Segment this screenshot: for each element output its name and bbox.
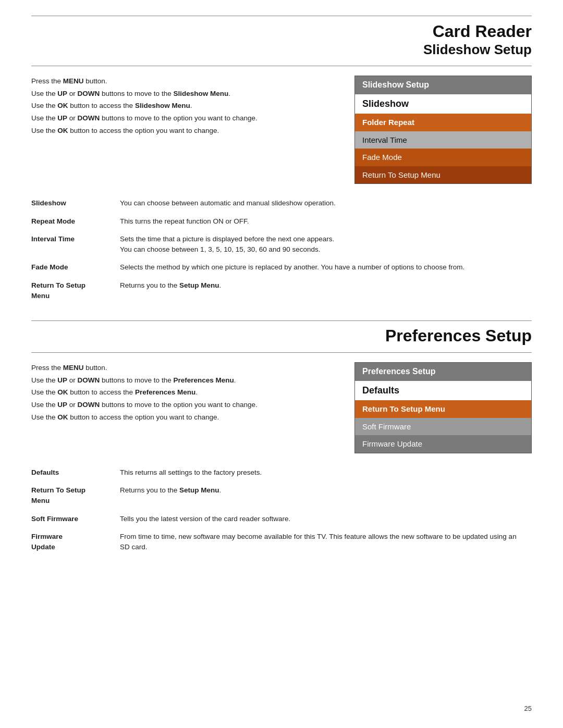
desc-row-return-setup: Return To SetupMenu Returns you to the S… [31,277,532,305]
section2: Preferences Setup Press the MENU button.… [31,320,532,556]
pref-instruction-5: Use the OK button to access the option y… [31,412,339,423]
term-soft-firmware: Soft Firmware [31,510,120,528]
slideshow-setup-title: Slideshow Setup [31,41,532,59]
desc-row-fade-mode: Fade Mode Selects the method by which on… [31,258,532,276]
instruction-3: Use the OK button to access the Slidesho… [31,100,339,112]
section2-content: Press the MENU button. Use the UP or DOW… [31,362,532,453]
desc-row-soft-firmware: Soft Firmware Tells you the latest versi… [31,510,532,528]
menu-item-soft-firmware[interactable]: Soft Firmware [355,418,531,436]
def-return-setup: Returns you to the Setup Menu. [120,277,532,305]
pref-instruction-3: Use the OK button to access the Preferen… [31,387,339,398]
pref-instruction-2: Use the UP or DOWN buttons to move to th… [31,375,339,386]
instruction-2: Use the UP or DOWN buttons to move to th… [31,88,339,100]
section2-divider [31,352,532,353]
term-return-setup: Return To SetupMenu [31,277,120,305]
slideshow-menu-box: Slideshow Setup Slideshow Folder Repeat … [354,76,532,184]
instruction-1: Press the MENU button. [31,76,339,87]
page-number: 25 [524,705,532,712]
def-defaults: This returns all settings to the factory… [120,464,532,482]
desc-row-firmware-update: FirmwareUpdate From time to time, new so… [31,528,532,557]
term-repeat-mode: Repeat Mode [31,213,120,230]
menu-item-pref-return-setup[interactable]: Return To Setup Menu [355,400,531,418]
pref-instruction-4: Use the UP or DOWN buttons to move to th… [31,399,339,411]
section1-content: Press the MENU button. Use the UP or DOW… [31,76,532,184]
def-fade-mode: Selects the method by which one picture … [120,258,532,276]
instruction-5: Use the OK button to access the option y… [31,125,339,137]
instruction-4: Use the UP or DOWN buttons to move to th… [31,113,339,124]
section1-menu: Slideshow Setup Slideshow Folder Repeat … [354,76,532,184]
section2-desc-table: Defaults This returns all settings to th… [31,464,532,557]
menu-item-defaults[interactable]: Defaults [355,381,531,400]
def-pref-return-setup: Returns you to the Setup Menu. [120,482,532,510]
def-soft-firmware: Tells you the latest version of the card… [120,510,532,528]
section2-header: Preferences Setup [31,321,532,348]
section1-divider [31,66,532,66]
menu-item-preferences-setup: Preferences Setup [355,363,531,381]
menu-item-return-setup[interactable]: Return To Setup Menu [355,166,531,184]
desc-row-repeat-mode: Repeat Mode This turns the repeat functi… [31,213,532,230]
menu-item-interval-time[interactable]: Interval Time [355,131,531,149]
preferences-menu-box: Preferences Setup Defaults Return To Set… [354,362,532,453]
menu-item-fade-mode[interactable]: Fade Mode [355,149,531,166]
desc-row-defaults: Defaults This returns all settings to th… [31,464,532,482]
term-slideshow: Slideshow [31,194,120,212]
section1-desc-table: Slideshow You can choose between automat… [31,194,532,305]
card-reader-title: Card Reader [31,21,532,41]
desc-row-interval-time: Interval Time Sets the time that a pictu… [31,230,532,259]
def-slideshow: You can choose between automatic and man… [120,194,532,212]
def-repeat-mode: This turns the repeat function ON or OFF… [120,213,532,230]
preferences-setup-title: Preferences Setup [31,326,532,346]
term-pref-return-setup: Return To SetupMenu [31,482,120,510]
section1-header: Card Reader Slideshow Setup [31,16,532,61]
desc-row-slideshow: Slideshow You can choose between automat… [31,194,532,212]
menu-item-folder-repeat[interactable]: Folder Repeat [355,114,531,131]
page: Card Reader Slideshow Setup Press the ME… [0,0,563,728]
def-firmware-update: From time to time, new software may beco… [120,528,532,557]
def-interval-time: Sets the time that a picture is displaye… [120,230,532,259]
menu-item-slideshow[interactable]: Slideshow [355,94,531,114]
term-defaults: Defaults [31,464,120,482]
desc-row-pref-return-setup: Return To SetupMenu Returns you to the S… [31,482,532,510]
menu-item-slideshow-setup: Slideshow Setup [355,76,531,94]
term-interval-time: Interval Time [31,230,120,259]
section2-menu: Preferences Setup Defaults Return To Set… [354,362,532,453]
term-fade-mode: Fade Mode [31,258,120,276]
section2-instructions: Press the MENU button. Use the UP or DOW… [31,362,339,453]
term-firmware-update: FirmwareUpdate [31,528,120,557]
section1-instructions: Press the MENU button. Use the UP or DOW… [31,76,339,184]
menu-item-firmware-update[interactable]: Firmware Update [355,435,531,453]
pref-instruction-1: Press the MENU button. [31,362,339,374]
